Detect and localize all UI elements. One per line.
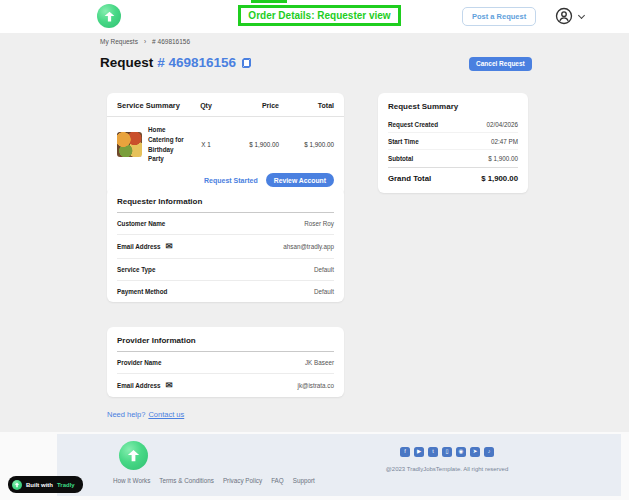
field-label: Email Address: [117, 243, 161, 250]
requester-information-card: Requester Information Customer Name Rose…: [107, 188, 344, 302]
request-number: # 469816156: [157, 55, 236, 70]
service-summary-card: Service Summary Qty Price Total Home Cat…: [107, 93, 344, 196]
summary-value: 02/04/2026: [486, 121, 518, 128]
badge-brand: Tradly: [57, 482, 75, 488]
envelope-icon[interactable]: ✉: [166, 242, 173, 251]
field-label-wrap: Email Address ✉: [117, 242, 173, 251]
field-label: Customer Name: [117, 220, 165, 227]
field-label: Email Address: [117, 382, 161, 389]
summary-row-subtotal: Subtotal $ 1,900.00: [388, 150, 518, 166]
instagram-icon[interactable]: ◉: [456, 447, 466, 457]
breadcrumb: My Requests › # 469816156: [100, 38, 190, 45]
footer-tradly-logo-icon[interactable]: [119, 441, 148, 470]
request-summary-title: Request Summary: [388, 102, 518, 111]
provider-information-title: Provider Information: [117, 327, 334, 352]
summary-row-request-created: Request Created 02/04/2026: [388, 116, 518, 133]
profile-avatar-icon[interactable]: [555, 7, 573, 25]
mobile-icon[interactable]: ▯: [442, 447, 452, 457]
badge-prefix: Built with: [26, 482, 53, 488]
footer-link-terms[interactable]: Terms & Conditions: [159, 477, 214, 484]
service-summary-title: Service Summary: [117, 101, 190, 110]
logo-arrow-icon: [103, 10, 116, 23]
badge-tradly-logo-icon: [12, 480, 22, 490]
footer: How It Works Terms & Conditions Privacy …: [57, 434, 621, 496]
footer-link-support[interactable]: Support: [293, 477, 315, 484]
service-qty: X 1: [190, 141, 222, 148]
annotation-fragment: [251, 0, 287, 3]
field-label: Provider Name: [117, 359, 161, 366]
field-value: Roser Roy: [304, 220, 334, 227]
copy-icon[interactable]: [242, 58, 251, 68]
field-value: JK Baseer: [305, 359, 334, 366]
service-thumbnail-image: [117, 132, 142, 157]
service-price: $ 1,900.00: [222, 141, 279, 148]
column-qty: Qty: [190, 102, 222, 109]
twitter-icon[interactable]: t: [428, 447, 438, 457]
annotation-label: Order Details: Requester view: [248, 10, 390, 21]
grand-total-label: Grand Total: [388, 174, 431, 183]
field-value: ahsan@tradly.app: [283, 243, 334, 250]
logo-arrow-icon: [126, 448, 141, 463]
row-provider-email: Email Address ✉ jk@istrata.co: [117, 374, 334, 397]
post-a-request-button[interactable]: Post a Request: [462, 7, 536, 26]
tradly-logo-icon[interactable]: [97, 4, 121, 28]
footer-links: How It Works Terms & Conditions Privacy …: [113, 477, 315, 484]
row-customer-name: Customer Name Roser Roy: [117, 213, 334, 235]
request-summary-card: Request Summary Request Created 02/04/20…: [378, 93, 528, 193]
social-icons-row: f ▶ t ▯ ◉ ➤ ♪: [362, 447, 532, 457]
need-help-text: Need help?: [107, 410, 145, 419]
order-details-page: Order Details: Requester view Post a Req…: [0, 0, 629, 500]
footer-link-how-it-works[interactable]: How It Works: [113, 477, 150, 484]
summary-label: Subtotal: [388, 155, 413, 162]
summary-row-start-time: Start Time 02:47 PM: [388, 133, 518, 150]
row-service-type: Service Type Default: [117, 259, 334, 281]
row-payment-method: Payment Method Default: [117, 281, 334, 302]
footer-link-faq[interactable]: FAQ: [271, 477, 284, 484]
contact-us-link[interactable]: Contact us: [148, 410, 184, 419]
requester-information-title: Requester Information: [117, 188, 334, 213]
youtube-icon[interactable]: ▶: [414, 447, 424, 457]
page-title-label: Request: [100, 55, 153, 70]
top-bar: Order Details: Requester view Post a Req…: [0, 0, 629, 33]
breadcrumb-my-requests[interactable]: My Requests: [100, 38, 138, 45]
summary-label: Start Time: [388, 138, 419, 145]
chevron-down-icon[interactable]: [578, 12, 585, 19]
telegram-icon[interactable]: ➤: [470, 447, 480, 457]
field-value: Default: [314, 288, 334, 295]
review-account-button[interactable]: Review Account: [266, 173, 334, 187]
request-started-link[interactable]: Request Started: [204, 177, 258, 184]
field-value: Default: [314, 266, 334, 273]
footer-link-privacy[interactable]: Privacy Policy: [223, 477, 262, 484]
service-name: Home Catering for Birthday Party: [142, 125, 190, 164]
breadcrumb-request-number: # 469816156: [152, 38, 190, 45]
summary-label: Request Created: [388, 121, 438, 128]
service-total: $ 1,900.00: [279, 141, 334, 148]
field-label: Service Type: [117, 266, 155, 273]
cancel-request-button[interactable]: Cancel Request: [469, 57, 532, 71]
facebook-icon[interactable]: f: [400, 447, 410, 457]
need-help: Need help?Contact us: [107, 410, 184, 419]
summary-row-grand-total: Grand Total $ 1,900.00: [388, 167, 518, 183]
envelope-icon[interactable]: ✉: [166, 381, 173, 390]
annotation-highlight: Order Details: Requester view: [238, 5, 401, 26]
field-label-wrap: Email Address ✉: [117, 381, 173, 390]
grand-total-value: $ 1,900.00: [481, 174, 518, 183]
breadcrumb-separator-icon: ›: [144, 38, 146, 45]
footer-right-block: f ▶ t ▯ ◉ ➤ ♪ @2023 TradlyJobsTemplate. …: [362, 447, 532, 472]
built-with-tradly-badge[interactable]: Built with Tradly: [8, 476, 83, 493]
field-label: Payment Method: [117, 288, 167, 295]
tiktok-icon[interactable]: ♪: [484, 447, 494, 457]
service-summary-header: Service Summary Qty Price Total: [107, 93, 344, 117]
row-provider-name: Provider Name JK Baseer: [117, 352, 334, 374]
column-total: Total: [279, 102, 334, 109]
summary-value: 02:47 PM: [491, 138, 518, 145]
copyright-text: @2023 TradlyJobsTemplate. All right rese…: [362, 466, 532, 472]
provider-information-card: Provider Information Provider Name JK Ba…: [107, 327, 344, 397]
row-email-address: Email Address ✉ ahsan@tradly.app: [117, 235, 334, 259]
service-item-row: Home Catering for Birthday Party X 1 $ 1…: [107, 117, 344, 170]
page-title: Request # 469816156: [100, 55, 251, 70]
summary-value: $ 1,900.00: [488, 155, 518, 162]
column-price: Price: [222, 102, 279, 109]
field-value: jk@istrata.co: [298, 382, 335, 389]
